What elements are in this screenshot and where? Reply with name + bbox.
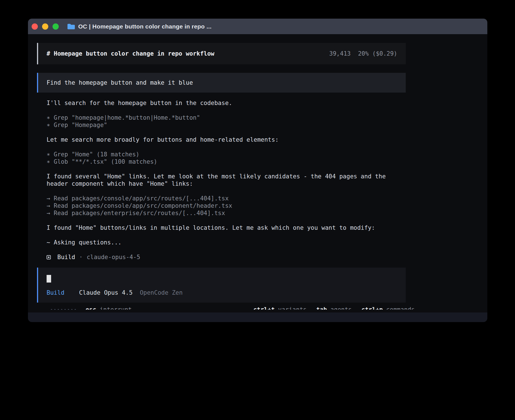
shortcut-label: variants	[278, 306, 307, 310]
agent-model: claude-opus-4-5	[87, 253, 140, 261]
titlebar[interactable]: OC | Homepage button color change in rep…	[28, 19, 487, 34]
terminal-body: # Homepage button color change in repo w…	[28, 34, 487, 310]
status-bar: esc interrupt ctrl+t variants tab agents…	[37, 306, 415, 310]
shortcut-variants: ctrl+t variants	[253, 306, 307, 310]
assistant-paragraph: Let me search more broadly for buttons a…	[37, 136, 406, 143]
input-meta: Build Claude Opus 4.5 OpenCode Zen	[47, 289, 397, 296]
input-model-label: Claude Opus 4.5	[79, 289, 133, 296]
user-message-text: Find the homepage button and make it blu…	[47, 79, 193, 86]
text-cursor[interactable]	[47, 275, 51, 283]
shortcut-hints: ctrl+t variants tab agents ctrl+p comman…	[253, 306, 415, 310]
session-title: # Homepage button color change in repo w…	[47, 50, 214, 57]
tool-call-group: ∗ Grep "homepage|home.*button|Home.*butt…	[37, 114, 406, 129]
shortcut-agents: tab agents	[316, 306, 352, 310]
window-controls	[32, 23, 59, 30]
agent-square-icon	[47, 255, 51, 259]
tool-call-group: → Read packages/console/app/src/routes/[…	[37, 195, 406, 217]
user-message: Find the homepage button and make it blu…	[37, 73, 406, 93]
session-stats: 39,413 20% ($0.29)	[329, 50, 397, 57]
shortcut-label: commands	[386, 306, 415, 310]
tool-call-line: ∗ Glob "**/*.tsx" (100 matches)	[47, 158, 406, 165]
input-provider-label: OpenCode Zen	[140, 289, 183, 296]
token-count: 39,413	[329, 50, 351, 57]
assistant-paragraph: I'll search for the homepage button in t…	[37, 99, 406, 107]
input-agent-label: Build	[47, 289, 64, 296]
prompt-input[interactable]: Build Claude Opus 4.5 OpenCode Zen	[37, 268, 406, 303]
terminal-window: OC | Homepage button color change in rep…	[28, 19, 487, 322]
shortcut-key: ctrl+p	[361, 306, 383, 310]
shortcut-key: ctrl+t	[253, 306, 275, 310]
agent-separator: ·	[79, 253, 83, 261]
minimize-button[interactable]	[42, 23, 48, 30]
zoom-button[interactable]	[53, 23, 59, 30]
agent-name: Build	[57, 253, 75, 261]
working-status: ~ Asking questions...	[37, 239, 406, 246]
session-header: # Homepage button color change in repo w…	[37, 43, 406, 64]
tool-call-line: ∗ Grep "Home" (18 matches)	[47, 151, 406, 158]
assistant-paragraph: I found "Home" buttons/links in multiple…	[37, 224, 406, 231]
tool-call-group: ∗ Grep "Home" (18 matches) ∗ Glob "**/*.…	[37, 151, 406, 165]
window-bottom-chrome	[28, 312, 487, 322]
assistant-paragraph: I found several "Home" links. Let me loo…	[37, 173, 406, 187]
spinner-dots-icon	[51, 309, 76, 310]
tool-call-line: → Read packages/console/app/src/componen…	[47, 202, 406, 209]
folder-icon	[67, 23, 75, 29]
shortcut-esc: esc interrupt	[86, 306, 132, 310]
shortcut-key: esc	[86, 306, 96, 310]
tool-call-line: ∗ Grep "Homepage"	[47, 121, 406, 129]
shortcut-key: tab	[316, 306, 327, 310]
close-button[interactable]	[32, 23, 38, 30]
shortcut-commands: ctrl+p commands	[361, 306, 415, 310]
shortcut-label: agents	[330, 306, 352, 310]
tool-call-line: → Read packages/console/app/src/routes/[…	[47, 195, 406, 202]
window-title: OC | Homepage button color change in rep…	[78, 23, 211, 30]
agent-badge: Build · claude-opus-4-5	[37, 253, 406, 261]
shortcut-label: interrupt	[100, 306, 132, 310]
context-usage: 20% ($0.29)	[358, 50, 397, 57]
tool-call-line: ∗ Grep "homepage|home.*button|Home.*butt…	[47, 114, 406, 121]
tool-call-line: → Read packages/enterprise/src/routes/[.…	[47, 209, 406, 217]
